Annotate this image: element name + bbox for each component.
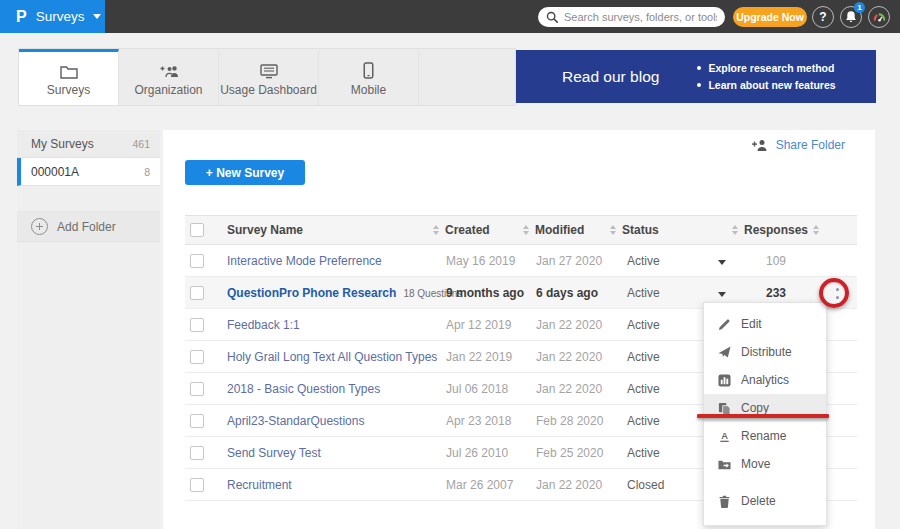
menu-item-move[interactable]: Move (704, 450, 826, 478)
column-survey-name: Survey Name (227, 223, 446, 237)
sort-modified-icon[interactable] (523, 225, 530, 235)
pencil-icon (718, 318, 731, 331)
bullet-dot-icon (697, 83, 701, 87)
share-folder-label: Share Folder (776, 138, 845, 152)
upgrade-now-button[interactable]: Upgrade Now (733, 7, 807, 27)
row-checkbox[interactable] (190, 318, 204, 332)
banner-bullet: Explore research method (697, 62, 835, 74)
survey-name-link[interactable]: Feedback 1:1 (227, 318, 300, 332)
row-checkbox[interactable] (190, 382, 204, 396)
table-row: Interactive Mode Preferrence May 16 2019… (185, 245, 857, 277)
chevron-down-icon (93, 14, 101, 19)
tab-mobile[interactable]: Mobile (319, 49, 419, 105)
monitor-icon (260, 61, 278, 79)
menu-item-edit[interactable]: Edit (704, 310, 826, 338)
menu-item-delete[interactable]: Delete (704, 487, 826, 515)
row-checkbox[interactable] (190, 286, 204, 300)
sort-responses-icon[interactable] (732, 225, 739, 235)
copy-icon (718, 402, 731, 415)
row-checkbox[interactable] (190, 414, 204, 428)
select-all-checkbox[interactable] (190, 223, 204, 237)
smartphone-icon (363, 61, 374, 79)
column-created: Created (445, 223, 490, 237)
svg-text:A: A (721, 430, 728, 440)
modified-cell: 6 days ago (536, 286, 623, 300)
row-checkbox[interactable] (190, 350, 204, 364)
rename-icon: A (718, 430, 731, 443)
bullet-dot-icon (697, 66, 701, 70)
row-checkbox[interactable] (190, 478, 204, 492)
annotation-red-underline (697, 414, 829, 418)
add-folder-label: Add Folder (57, 220, 116, 234)
tab-label: Mobile (351, 83, 386, 97)
banner-title: Read our blog (562, 68, 659, 86)
usage-meter-button[interactable] (868, 6, 890, 28)
folder-icon (60, 61, 78, 79)
survey-name-link[interactable]: 2018 - Basic Question Types (227, 382, 380, 396)
top-header: P Surveys Upgrade Now ? 1 (0, 0, 900, 33)
menu-item-distribute[interactable]: Distribute (704, 338, 826, 366)
gauge-icon (872, 10, 887, 25)
search-icon (546, 11, 558, 23)
modified-cell: Jan 27 2020 (536, 254, 623, 268)
modified-cell: Jan 22 2020 (536, 382, 623, 396)
responses-cell: 233 (742, 286, 810, 300)
responses-cell: 109 (742, 254, 810, 268)
search-input[interactable] (564, 11, 717, 23)
tab-label: Usage Dashboard (220, 83, 317, 97)
product-menu-label: Surveys (36, 9, 85, 24)
survey-name-link[interactable]: Recruitment (227, 478, 292, 492)
column-status: Status (622, 223, 659, 237)
sidebar-item-label: My Surveys (31, 137, 94, 151)
sidebar-spacer (17, 186, 160, 212)
modified-cell: Jan 22 2020 (536, 350, 623, 364)
status-dropdown-caret[interactable] (718, 292, 726, 297)
module-tabs: Surveys Organization Usage Dashboard (18, 48, 516, 106)
share-folder-link[interactable]: Share Folder (752, 138, 845, 152)
created-cell: Apr 23 2018 (446, 414, 536, 428)
sort-status-icon[interactable] (610, 225, 617, 235)
tab-usage-dashboard[interactable]: Usage Dashboard (219, 49, 319, 105)
modified-cell: Jan 22 2020 (536, 318, 623, 332)
created-cell: Jul 06 2018 (446, 382, 536, 396)
status-cell: Active (623, 446, 701, 460)
sidebar-item-my-surveys[interactable]: My Surveys 461 (17, 130, 160, 158)
table-header-row: Survey Name Created Modified Status Resp… (185, 215, 857, 245)
status-dropdown-caret[interactable] (718, 260, 726, 265)
survey-name-link[interactable]: Send Survey Test (227, 446, 321, 460)
survey-name-link[interactable]: QuestionPro Phone Research (227, 286, 396, 300)
folders-sidebar: My Surveys 461 000001A 8 Add Folder (17, 130, 160, 529)
survey-name-link[interactable]: Interactive Mode Preferrence (227, 254, 382, 268)
created-cell: 9 months ago (446, 286, 536, 300)
column-responses: Responses (744, 223, 808, 237)
tab-surveys[interactable]: Surveys (19, 49, 119, 105)
created-cell: Apr 12 2019 (446, 318, 536, 332)
sidebar-item-count: 8 (144, 166, 150, 178)
banner-bullet: Learn about new features (697, 79, 835, 91)
tab-organization[interactable]: Organization (119, 49, 219, 105)
status-cell: Closed (623, 478, 701, 492)
created-cell: May 16 2019 (446, 254, 536, 268)
question-mark-icon: ? (819, 10, 826, 24)
product-switcher[interactable]: P Surveys (0, 0, 105, 33)
blog-banner[interactable]: Read our blog Explore research method Le… (516, 50, 876, 103)
survey-name-link[interactable]: April23-StandarQuestions (227, 414, 364, 428)
add-folder-button[interactable]: Add Folder (17, 212, 160, 242)
sort-created-icon[interactable] (433, 225, 440, 235)
status-cell: Active (623, 414, 701, 428)
help-button[interactable]: ? (812, 6, 834, 28)
notification-badge: 1 (854, 2, 865, 13)
row-checkbox[interactable] (190, 254, 204, 268)
created-cell: Jul 26 2010 (446, 446, 536, 460)
share-person-icon (752, 139, 769, 152)
menu-item-rename[interactable]: A Rename (704, 422, 826, 450)
sidebar-item-count: 461 (132, 138, 150, 150)
new-survey-button[interactable]: + New Survey (185, 160, 305, 185)
trash-icon (718, 495, 731, 508)
survey-name-link[interactable]: Holy Grail Long Text All Question Types (227, 350, 437, 364)
row-checkbox[interactable] (190, 446, 204, 460)
sort-responses-icon[interactable] (813, 225, 820, 235)
menu-item-analytics[interactable]: Analytics (704, 366, 826, 394)
sidebar-item-000001A[interactable]: 000001A 8 (17, 158, 160, 186)
folder-move-icon (718, 458, 731, 471)
